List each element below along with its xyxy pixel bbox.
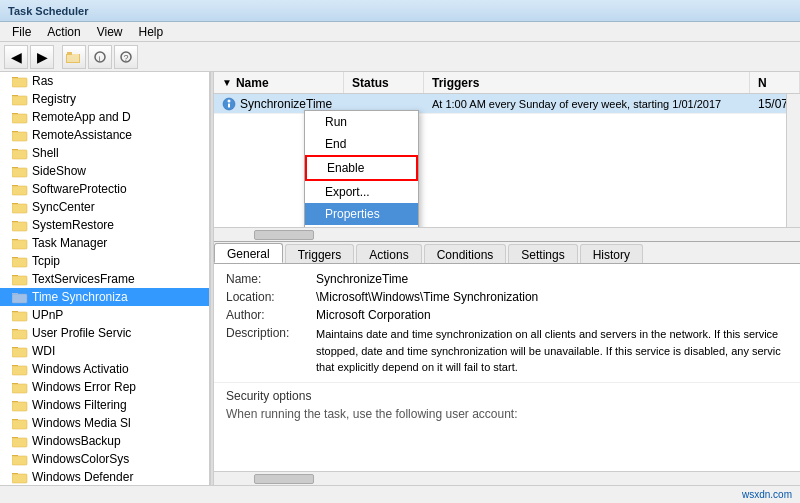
tree-item-sideshow[interactable]: SideShow <box>0 162 209 180</box>
left-panel: Ras Registry RemoteApp and D <box>0 72 210 485</box>
h-scroll-thumb-detail <box>254 474 314 484</box>
context-item-end[interactable]: End <box>305 133 418 155</box>
right-panel: ▼ Name Status Triggers N <box>214 72 800 485</box>
tree-item-registry[interactable]: Registry <box>0 90 209 108</box>
status-watermark: wsxdn.com <box>742 489 792 500</box>
svg-rect-38 <box>12 240 27 249</box>
title-bar-text: Task Scheduler <box>8 5 89 17</box>
detail-author-row: Author: Microsoft Corporation <box>214 306 800 324</box>
tab-triggers[interactable]: Triggers <box>285 244 355 263</box>
h-scrollbar-detail[interactable] <box>214 471 800 485</box>
back-button[interactable]: ◀ <box>4 45 28 69</box>
help-button[interactable]: ? <box>114 45 138 69</box>
svg-rect-20 <box>12 132 27 141</box>
security-section: Security options When running the task, … <box>214 382 800 423</box>
h-scroll-thumb <box>254 230 314 240</box>
tree-item-remoteassistance[interactable]: RemoteAssistance <box>0 126 209 144</box>
col-header-status[interactable]: Status <box>344 72 424 93</box>
tree-item-userprofile[interactable]: User Profile Servic <box>0 324 209 342</box>
svg-rect-26 <box>12 168 27 177</box>
menu-file[interactable]: File <box>4 23 39 41</box>
tree-item-windows-media[interactable]: Windows Media Sl <box>0 414 209 432</box>
tree-item-upnp[interactable]: UPnP <box>0 306 209 324</box>
task-cell-status <box>344 103 424 105</box>
detail-location-label: Location: <box>226 290 316 304</box>
tree-item-windows-error[interactable]: Windows Error Rep <box>0 378 209 396</box>
tab-conditions[interactable]: Conditions <box>424 244 507 263</box>
svg-rect-35 <box>12 222 27 231</box>
svg-rect-50 <box>12 312 27 321</box>
tree-item-windowsbackup[interactable]: WindowsBackup <box>0 432 209 450</box>
tree-item-shell[interactable]: Shell <box>0 144 209 162</box>
svg-rect-47 <box>12 294 27 303</box>
svg-rect-17 <box>12 114 27 123</box>
tab-general[interactable]: General <box>214 243 283 263</box>
svg-rect-44 <box>12 276 27 285</box>
menu-view[interactable]: View <box>89 23 131 41</box>
detail-location-value: \Microsoft\Windows\Time Synchronization <box>316 290 788 304</box>
svg-rect-23 <box>12 150 27 159</box>
svg-rect-32 <box>12 204 27 213</box>
svg-rect-5 <box>67 52 72 55</box>
context-item-run[interactable]: Run <box>305 111 418 133</box>
detail-description-row: Description: Maintains date and time syn… <box>214 324 800 378</box>
tab-history[interactable]: History <box>580 244 643 263</box>
tab-content-general: Name: SynchronizeTime Location: \Microso… <box>214 264 800 471</box>
col-header-triggers[interactable]: Triggers <box>424 72 750 93</box>
svg-rect-62 <box>12 384 27 393</box>
tab-settings[interactable]: Settings <box>508 244 577 263</box>
tree-item-textservices[interactable]: TextServicesFrame <box>0 270 209 288</box>
tree-item-windowscolorsys[interactable]: WindowsColorSys <box>0 450 209 468</box>
tree-item-softwareprotection[interactable]: SoftwareProtectio <box>0 180 209 198</box>
tree-item-taskmanager[interactable]: Task Manager <box>0 234 209 252</box>
detail-location-row: Location: \Microsoft\Windows\Time Synchr… <box>214 288 800 306</box>
right-scrollbar[interactable] <box>786 94 800 227</box>
menu-bar: File Action View Help <box>0 22 800 42</box>
tree-item-windows-activation[interactable]: Windows Activatio <box>0 360 209 378</box>
context-item-delete[interactable]: Delete <box>305 225 418 227</box>
tree-item-wdi[interactable]: WDI <box>0 342 209 360</box>
svg-point-83 <box>228 99 231 102</box>
menu-action[interactable]: Action <box>39 23 88 41</box>
tree-item-tcpip[interactable]: Tcpip <box>0 252 209 270</box>
detail-author-value: Microsoft Corporation <box>316 308 788 322</box>
context-menu: Run End Enable Export... Properties Dele… <box>304 110 419 227</box>
task-list-header: ▼ Name Status Triggers N <box>214 72 800 94</box>
detail-author-label: Author: <box>226 308 316 322</box>
detail-description-value: Maintains date and time synchronization … <box>316 326 788 376</box>
svg-rect-11 <box>12 78 27 87</box>
title-bar: Task Scheduler <box>0 0 800 22</box>
properties-button[interactable]: i <box>88 45 112 69</box>
detail-panel: General Triggers Actions Conditions Sett… <box>214 241 800 471</box>
h-scrollbar-tasks[interactable] <box>214 227 800 241</box>
col-header-n[interactable]: N <box>750 72 800 93</box>
tree-item-systemrestore[interactable]: SystemRestore <box>0 216 209 234</box>
tree-item-windows-defender[interactable]: Windows Defender <box>0 468 209 485</box>
forward-button[interactable]: ▶ <box>30 45 54 69</box>
folder-open-button[interactable] <box>62 45 86 69</box>
detail-name-row: Name: SynchronizeTime <box>214 270 800 288</box>
tree-item-remoteapp[interactable]: RemoteApp and D <box>0 108 209 126</box>
tree-item-synccenter[interactable]: SyncCenter <box>0 198 209 216</box>
tree-item-windows-filtering[interactable]: Windows Filtering <box>0 396 209 414</box>
svg-text:i: i <box>99 53 101 62</box>
context-item-properties[interactable]: Properties <box>305 203 418 225</box>
col-header-name[interactable]: ▼ Name <box>214 72 344 93</box>
detail-description-label: Description: <box>226 326 316 376</box>
context-item-enable[interactable]: Enable <box>305 155 418 181</box>
svg-rect-29 <box>12 186 27 195</box>
task-area: SynchronizeTime At 1:00 AM every Sunday … <box>214 94 800 227</box>
tab-actions[interactable]: Actions <box>356 244 421 263</box>
svg-rect-68 <box>12 420 27 429</box>
tabs-bar: General Triggers Actions Conditions Sett… <box>214 242 800 264</box>
tree-item-timesync[interactable]: Time Synchroniza <box>0 288 209 306</box>
menu-help[interactable]: Help <box>131 23 172 41</box>
svg-rect-41 <box>12 258 27 267</box>
security-label: When running the task, use the following… <box>226 407 788 421</box>
context-item-export[interactable]: Export... <box>305 181 418 203</box>
tree-item-ras[interactable]: Ras <box>0 72 209 90</box>
toolbar: ◀ ▶ i ? <box>0 42 800 72</box>
security-title: Security options <box>226 389 788 403</box>
detail-name-value: SynchronizeTime <box>316 272 788 286</box>
table-row[interactable]: SynchronizeTime At 1:00 AM every Sunday … <box>214 94 800 114</box>
